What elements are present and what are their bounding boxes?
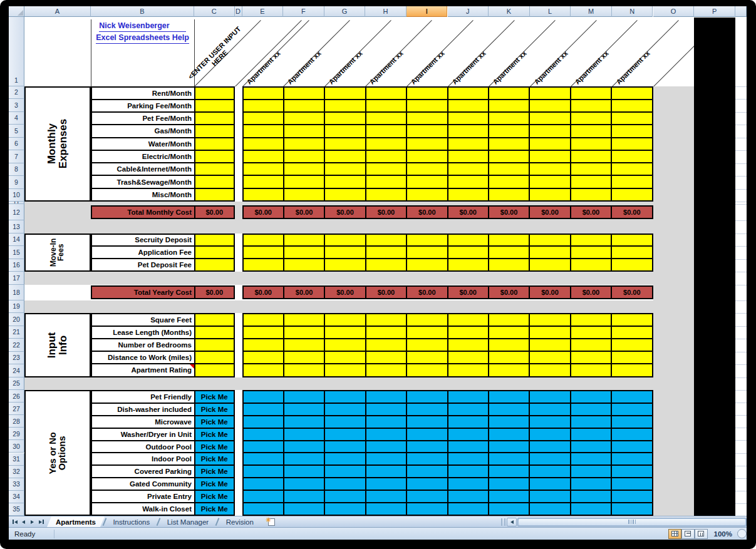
- cell-row-label[interactable]: Pet Deposit Fee: [92, 259, 194, 270]
- cell-option-input[interactable]: [530, 478, 569, 490]
- cell-apartment-input[interactable]: [284, 138, 324, 150]
- cell-apartment-input[interactable]: [244, 327, 283, 338]
- cell-user-input[interactable]: [195, 176, 234, 187]
- cell-apartment-input[interactable]: [530, 189, 569, 200]
- cell-apartment-input[interactable]: [325, 327, 365, 338]
- cell-apartment-input[interactable]: [571, 235, 611, 246]
- cell-row-label[interactable]: Rent/Month: [92, 88, 194, 99]
- row-header-27[interactable]: 27: [9, 403, 24, 415]
- cell-apartment-input[interactable]: [325, 176, 365, 187]
- cell-apartment-input[interactable]: [612, 88, 651, 99]
- insert-worksheet-tab[interactable]: ✳: [262, 516, 281, 527]
- row-header-23[interactable]: 23: [9, 352, 24, 365]
- cell-user-input[interactable]: [195, 113, 234, 124]
- cell-row-label[interactable]: Trash&Sewage/Month: [92, 176, 194, 187]
- cell-apartment-input[interactable]: [407, 113, 447, 124]
- cell-option-input[interactable]: [366, 478, 406, 490]
- cell-apartment-input[interactable]: [448, 247, 488, 258]
- cell-apartment-input[interactable]: [448, 138, 488, 150]
- cell-option-input[interactable]: [571, 441, 611, 453]
- row-header-7[interactable]: 7: [9, 150, 24, 163]
- cell-apartment-input[interactable]: [612, 113, 651, 124]
- row-header-22[interactable]: 22: [9, 339, 24, 352]
- select-all-corner[interactable]: [9, 6, 24, 17]
- cell-apartment-input[interactable]: [325, 235, 365, 246]
- cell-option-input[interactable]: [448, 503, 488, 515]
- cell-apartment-input[interactable]: [530, 113, 569, 124]
- cell-option-input[interactable]: [284, 404, 324, 415]
- cell-apartment-input[interactable]: [325, 314, 365, 326]
- cell-option-input[interactable]: [448, 429, 488, 440]
- cell-row-label[interactable]: Microwave: [92, 416, 194, 428]
- cell-apartment-input[interactable]: [530, 235, 569, 246]
- cell-apartment-input[interactable]: [325, 151, 365, 162]
- cell-apartment-input[interactable]: [284, 125, 324, 136]
- cell-apartment-input[interactable]: [407, 259, 447, 270]
- cell-apartment-input[interactable]: [489, 138, 529, 150]
- cell-option-input[interactable]: [612, 491, 651, 502]
- cell-user-input[interactable]: [195, 88, 234, 99]
- cell-option-picker[interactable]: Pick Me: [195, 466, 234, 477]
- cell-apartment-input[interactable]: [571, 125, 611, 136]
- cell-option-input[interactable]: [284, 491, 324, 502]
- cell-apartment-input[interactable]: [489, 151, 529, 162]
- cell-apartment-input[interactable]: [407, 100, 447, 111]
- cell-apartment-input[interactable]: [407, 125, 447, 136]
- cell-option-input[interactable]: [244, 478, 283, 490]
- cell-option-input[interactable]: [325, 491, 365, 502]
- scrollbar-left-icon[interactable]: [507, 518, 517, 526]
- sheet-tab-apartments[interactable]: Apartments: [47, 516, 105, 527]
- cell-user-input[interactable]: [195, 339, 234, 351]
- row-header-8[interactable]: 8: [9, 163, 24, 177]
- cell-option-input[interactable]: [571, 391, 611, 403]
- cell-apartment-input[interactable]: [448, 259, 488, 270]
- apartment-header-cell[interactable]: Apartment xx: [532, 49, 569, 86]
- cell-user-input[interactable]: [195, 151, 234, 162]
- cell-apartment-input[interactable]: [448, 151, 488, 162]
- cell-option-input[interactable]: [448, 453, 488, 464]
- cell-apartment-input[interactable]: [489, 113, 529, 124]
- cell-apartment-input[interactable]: [530, 247, 569, 258]
- cell-apartment-input[interactable]: [284, 327, 324, 338]
- cell-apartment-input[interactable]: [448, 339, 488, 351]
- cell-option-input[interactable]: [571, 478, 611, 490]
- cell-option-input[interactable]: [325, 453, 365, 464]
- cell-option-input[interactable]: [407, 453, 447, 464]
- cell-option-input[interactable]: [366, 503, 406, 515]
- row-header-29[interactable]: 29: [9, 428, 24, 440]
- cell-apartment-input[interactable]: [571, 138, 611, 150]
- row-header-28[interactable]: 28: [9, 415, 24, 428]
- cell-apartment-input[interactable]: [366, 163, 406, 175]
- cell-apartment-input[interactable]: [530, 327, 569, 338]
- cell-option-input[interactable]: [612, 453, 651, 464]
- cell-option-input[interactable]: [612, 404, 651, 415]
- row-header-10[interactable]: 10: [9, 189, 24, 202]
- cell-apartment-input[interactable]: [489, 327, 529, 338]
- cell-row-label[interactable]: Indoor Pool: [92, 453, 194, 464]
- cell-apartment-input[interactable]: [244, 88, 283, 99]
- enter-input-header-cell[interactable]: <ENTER USER INPUT HERE: [187, 25, 247, 86]
- cell-option-input[interactable]: [530, 429, 569, 440]
- cell-option-input[interactable]: [448, 466, 488, 477]
- row-header-1[interactable]: 1: [9, 17, 24, 86]
- cell-option-input[interactable]: [407, 416, 447, 428]
- cell-apartment-input[interactable]: [489, 235, 529, 246]
- cell-row-label[interactable]: Misc/Month: [92, 189, 194, 200]
- cell-apartment-input[interactable]: [612, 327, 651, 338]
- cell-apartment-input[interactable]: [489, 247, 529, 258]
- apartment-header-cell[interactable]: Apartment xx: [286, 49, 323, 86]
- cell-apartment-input[interactable]: [366, 247, 406, 258]
- row-header-32[interactable]: 32: [9, 466, 24, 478]
- cell-option-input[interactable]: [448, 404, 488, 415]
- cell-row-label[interactable]: Square Feet: [92, 314, 194, 326]
- tab-splitter-handle[interactable]: [501, 518, 505, 526]
- group-label-box[interactable]: Move-In Fees: [24, 233, 91, 272]
- cell-apartment-input[interactable]: [244, 247, 283, 258]
- cell-option-input[interactable]: [448, 478, 488, 490]
- cell-apartment-input[interactable]: [325, 163, 365, 175]
- cell-apartment-input[interactable]: [284, 163, 324, 175]
- cell-apartment-input[interactable]: [612, 189, 651, 200]
- cell-apartment-input[interactable]: [407, 151, 447, 162]
- cell-option-input[interactable]: [407, 429, 447, 440]
- cell-option-input[interactable]: [366, 416, 406, 428]
